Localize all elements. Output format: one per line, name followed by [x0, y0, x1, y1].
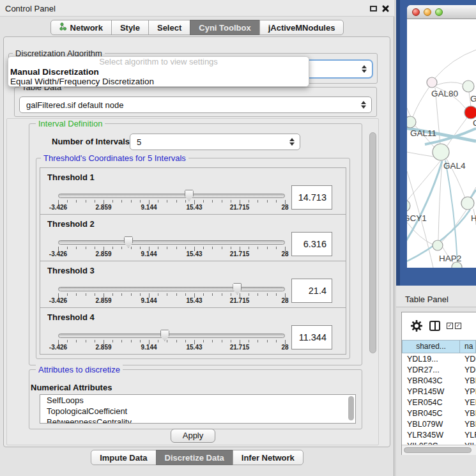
- threshold-value-field[interactable]: 6.316: [291, 232, 332, 256]
- threshold-slider-thumb[interactable]: [124, 236, 133, 248]
- column-header-shared-name[interactable]: shared...: [402, 340, 460, 353]
- table-row[interactable]: YLR345W YLR3: [402, 430, 476, 441]
- horizontal-scrollbar[interactable]: [402, 445, 476, 455]
- network-node-label: C: [473, 118, 476, 128]
- combo-arrows-icon: [289, 138, 295, 146]
- threshold-slider-thumb[interactable]: [160, 330, 169, 341]
- attribute-list-item[interactable]: TopologicalCoefficient: [40, 406, 355, 417]
- network-node[interactable]: [427, 77, 437, 88]
- threshold-panel: Threshold 4 -3.4262.8599.14415.4321.7152…: [40, 307, 346, 355]
- node-table: ✓ ✓ shared... na YDL19... YDL1 YDR27... …: [401, 312, 476, 455]
- network-edge[interactable]: [447, 117, 468, 146]
- close-icon[interactable]: [381, 4, 389, 12]
- tab-infer-network[interactable]: Infer Network: [233, 450, 303, 465]
- list-scrollbar-thumb[interactable]: [348, 396, 354, 420]
- zoom-traffic-light-icon[interactable]: [435, 8, 443, 16]
- minimize-traffic-light-icon[interactable]: [424, 8, 431, 16]
- threshold-label: Threshold 4: [47, 312, 95, 322]
- network-node[interactable]: [433, 240, 443, 250]
- network-edge[interactable]: [436, 82, 463, 85]
- table-data-value: galFiltered.sif default node: [26, 100, 123, 110]
- table-row[interactable]: YER054C YER0: [402, 397, 476, 408]
- threshold-slider-track[interactable]: [58, 334, 285, 338]
- network-view-window: GAL80GACGAL11GAL4GCY1HHAP2: [407, 5, 476, 268]
- tab-discretize-data[interactable]: Discretize Data: [156, 450, 233, 465]
- network-node[interactable]: [463, 81, 474, 92]
- desktop-shadow: [396, 0, 400, 286]
- table-toolbar: ✓ ✓: [402, 312, 476, 339]
- network-node[interactable]: [461, 197, 474, 210]
- table-row[interactable]: YDL19... YDL1: [402, 354, 476, 365]
- network-node[interactable]: [407, 116, 416, 128]
- network-edge[interactable]: [407, 152, 433, 157]
- table-row[interactable]: YBR043C YBR0: [402, 376, 476, 387]
- control-panel-titlebar: Control Panel: [0, 0, 394, 17]
- network-node[interactable]: [464, 106, 476, 119]
- network-edge[interactable]: [435, 50, 476, 78]
- tab-jactivemnodules[interactable]: jActiveMNodules: [259, 20, 344, 35]
- algorithm-dropdown-popup: Select algorithm to view settings Manual…: [8, 56, 309, 87]
- float-window-icon[interactable]: [370, 6, 377, 12]
- gear-icon[interactable]: [410, 319, 423, 332]
- table-row[interactable]: YBR045C YBR0: [402, 408, 476, 419]
- table-header-row: shared... na: [402, 340, 476, 353]
- network-window-titlebar[interactable]: [407, 5, 476, 19]
- threshold-slider-track[interactable]: [58, 287, 285, 291]
- select-all-checkbox-icon[interactable]: ✓: [447, 323, 453, 329]
- attributes-group-title: Attributes to discretize: [36, 365, 123, 374]
- threshold-label: Threshold 1: [47, 173, 95, 182]
- deselect-all-checkbox-icon[interactable]: ✓: [455, 323, 461, 329]
- table-row[interactable]: YPR145W YPR1: [402, 387, 476, 397]
- tab-cyni-toolbox[interactable]: Cyni Toolbox: [190, 20, 259, 35]
- table-panel: Table Panel ✓ ✓ shared... na YDL19... YD…: [396, 286, 476, 476]
- vertical-scrollbar-thumb[interactable]: [369, 132, 376, 353]
- network-node-label: GAL11: [410, 128, 436, 138]
- column-header-name[interactable]: na: [459, 340, 476, 353]
- threshold-slider-thumb[interactable]: [233, 283, 242, 295]
- threshold-value-field[interactable]: 21.4: [291, 279, 332, 303]
- attribute-list-item[interactable]: SelfLoops: [40, 395, 355, 406]
- network-node-label: GAL80: [431, 89, 458, 98]
- table-panel-titlebar: Table Panel: [396, 286, 476, 307]
- number-of-intervals-combobox[interactable]: 5: [130, 134, 300, 150]
- dropdown-option[interactable]: Manual Discretization: [8, 67, 309, 77]
- network-node-label: GAL4: [443, 161, 466, 171]
- column-settings-icon[interactable]: [429, 321, 440, 331]
- table-panel-title: Table Panel: [405, 295, 449, 304]
- network-edge-highlighted[interactable]: [407, 161, 442, 242]
- combo-arrows-icon: [361, 101, 366, 109]
- network-node-label: GA: [470, 94, 476, 104]
- threshold-slider-thumb[interactable]: [185, 190, 194, 201]
- threshold-slider-track[interactable]: [58, 240, 285, 245]
- threshold-label: Threshold 3: [47, 266, 95, 275]
- threshold-coordinates-title: Threshold's Coordinates for 5 Intervals: [41, 153, 188, 163]
- combo-arrows-icon: [362, 65, 367, 73]
- threshold-value-field[interactable]: 14.713: [291, 185, 332, 210]
- threshold-value-field[interactable]: 11.344: [291, 325, 332, 349]
- threshold-panel: Threshold 3 -3.4262.8599.14415.4321.7152…: [40, 261, 346, 308]
- tab-style[interactable]: Style: [111, 20, 149, 35]
- dropdown-option[interactable]: Equal Width/Frequency Discretization: [8, 77, 309, 86]
- apply-button[interactable]: Apply: [171, 429, 215, 443]
- close-traffic-light-icon[interactable]: [412, 8, 420, 16]
- panel-title: Control Panel: [5, 4, 56, 13]
- attributes-listbox[interactable]: SelfLoopsTopologicalCoefficientBetweenne…: [40, 394, 356, 424]
- tab-select[interactable]: Select: [148, 20, 190, 35]
- network-node[interactable]: [433, 144, 449, 160]
- network-edge-highlighted[interactable]: [471, 190, 476, 197]
- numerical-attributes-label: Numerical Attributes: [31, 383, 112, 392]
- attribute-list-item[interactable]: BetweennessCentrality: [40, 417, 355, 424]
- threshold-label: Threshold 2: [47, 219, 95, 229]
- threshold-list: Threshold 1 -3.4262.8599.14415.4321.7152…: [40, 167, 346, 355]
- network-edge[interactable]: [413, 87, 429, 117]
- tab-impute-data[interactable]: Impute Data: [91, 450, 156, 465]
- network-node[interactable]: [407, 200, 410, 211]
- interval-definition-title: Interval Definition: [36, 119, 105, 128]
- horizontal-scrollbar-thumb[interactable]: [404, 447, 472, 453]
- table-data-combobox[interactable]: galFiltered.sif default node: [19, 96, 372, 113]
- table-row[interactable]: YBL079W YBL0: [402, 419, 476, 430]
- threshold-slider-track[interactable]: [58, 194, 285, 198]
- tab-network[interactable]: Network: [50, 20, 112, 35]
- table-row[interactable]: YDR27... YDR2: [402, 365, 476, 376]
- network-canvas[interactable]: GAL80GACGAL11GAL4GCY1HHAP2: [407, 19, 476, 268]
